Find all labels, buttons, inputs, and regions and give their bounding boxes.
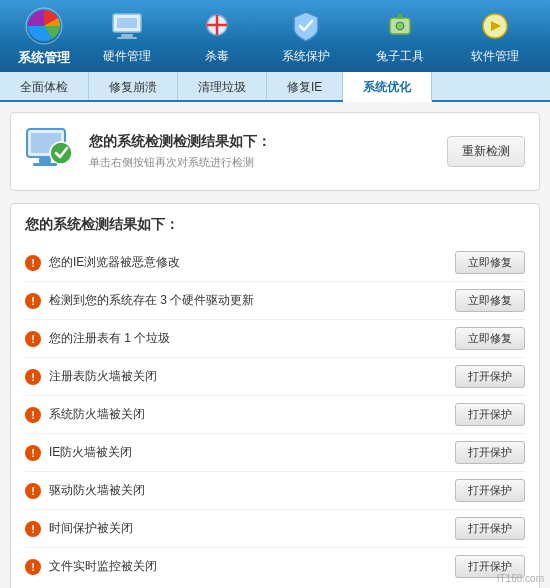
hardware-icon xyxy=(108,7,146,45)
tab-xiufuie[interactable]: 修复IE xyxy=(267,72,343,100)
result-text-0: 您的IE浏览器被恶意修改 xyxy=(49,254,455,271)
warn-icon-8: ! xyxy=(25,559,41,575)
action-btn-7[interactable]: 打开保护 xyxy=(455,517,525,540)
svg-rect-15 xyxy=(39,158,51,163)
warn-icon-3: ! xyxy=(25,369,41,385)
summary-box: 您的系统检测检测结果如下： 单击右侧按钮再次对系统进行检测 重新检测 xyxy=(10,112,540,191)
svg-rect-4 xyxy=(117,37,137,39)
software-icon xyxy=(476,7,514,45)
tab-qinglilaiji[interactable]: 清理垃圾 xyxy=(178,72,267,100)
antivirus-icon xyxy=(198,7,236,45)
nav-item-hardware[interactable]: 硬件管理 xyxy=(95,3,159,69)
warn-icon-1: ! xyxy=(25,293,41,309)
action-btn-3[interactable]: 打开保护 xyxy=(455,365,525,388)
tab-xiufuchongkui[interactable]: 修复崩溃 xyxy=(89,72,178,100)
result-row-2: ! 您的注册表有 1 个垃圾 立即修复 xyxy=(25,320,525,358)
recheck-button[interactable]: 重新检测 xyxy=(447,136,525,167)
svg-rect-16 xyxy=(33,163,57,166)
result-row-6: ! 驱动防火墙被关闭 打开保护 xyxy=(25,472,525,510)
result-text-7: 时间保护被关闭 xyxy=(49,520,455,537)
warn-icon-7: ! xyxy=(25,521,41,537)
tab-quanmian[interactable]: 全面体检 xyxy=(0,72,89,100)
result-row-8: ! 文件实时监控被关闭 打开保护 xyxy=(25,548,525,585)
result-row-5: ! IE防火墙被关闭 打开保护 xyxy=(25,434,525,472)
warn-icon-5: ! xyxy=(25,445,41,461)
protection-icon xyxy=(287,7,325,45)
result-row-4: ! 系统防火墙被关闭 打开保护 xyxy=(25,396,525,434)
svg-point-9 xyxy=(396,22,404,30)
action-btn-2[interactable]: 立即修复 xyxy=(455,327,525,350)
result-text-3: 注册表防火墙被关闭 xyxy=(49,368,455,385)
nav-logo[interactable]: 系统管理 xyxy=(8,6,80,67)
svg-rect-3 xyxy=(121,34,133,37)
result-text-4: 系统防火墙被关闭 xyxy=(49,406,455,423)
result-row-1: ! 检测到您的系统存在 3 个硬件驱动更新 立即修复 xyxy=(25,282,525,320)
nav-item-software[interactable]: 软件管理 xyxy=(463,3,527,69)
summary-computer-icon xyxy=(25,125,77,178)
nav-item-antivirus[interactable]: 杀毒 xyxy=(190,3,244,69)
warn-icon-0: ! xyxy=(25,255,41,271)
result-text-1: 检测到您的系统存在 3 个硬件驱动更新 xyxy=(49,292,455,309)
summary-text: 您的系统检测检测结果如下： 单击右侧按钮再次对系统进行检测 xyxy=(89,133,447,170)
warn-icon-2: ! xyxy=(25,331,41,347)
result-text-6: 驱动防火墙被关闭 xyxy=(49,482,455,499)
result-row-0: ! 您的IE浏览器被恶意修改 立即修复 xyxy=(25,244,525,282)
nav-item-protection[interactable]: 系统保护 xyxy=(274,3,338,69)
tab-bar: 全面体检 修复崩溃 清理垃圾 修复IE 系统优化 xyxy=(0,72,550,102)
svg-rect-10 xyxy=(398,14,402,19)
action-btn-0[interactable]: 立即修复 xyxy=(455,251,525,274)
result-text-8: 文件实时监控被关闭 xyxy=(49,558,455,575)
result-row-3: ! 注册表防火墙被关闭 打开保护 xyxy=(25,358,525,396)
action-btn-4[interactable]: 打开保护 xyxy=(455,403,525,426)
summary-subtitle: 单击右侧按钮再次对系统进行检测 xyxy=(89,155,447,170)
tab-xitongouhua[interactable]: 系统优化 xyxy=(343,72,432,102)
summary-title: 您的系统检测检测结果如下： xyxy=(89,133,447,151)
tools-icon xyxy=(381,7,419,45)
watermark: IT168.com xyxy=(497,573,544,584)
results-title: 您的系统检测结果如下： xyxy=(25,216,525,234)
result-text-5: IE防火墙被关闭 xyxy=(49,444,455,461)
action-btn-6[interactable]: 打开保护 xyxy=(455,479,525,502)
main-content: 您的系统检测检测结果如下： 单击右侧按钮再次对系统进行检测 重新检测 您的系统检… xyxy=(0,102,550,588)
nav-items: 硬件管理 杀毒 系统保护 xyxy=(80,3,542,69)
warn-icon-4: ! xyxy=(25,407,41,423)
action-btn-5[interactable]: 打开保护 xyxy=(455,441,525,464)
svg-rect-2 xyxy=(117,18,137,28)
top-nav: 系统管理 硬件管理 杀毒 xyxy=(0,0,550,72)
results-box: 您的系统检测结果如下： ! 您的IE浏览器被恶意修改 立即修复 ! 检测到您的系… xyxy=(10,203,540,588)
result-row-7: ! 时间保护被关闭 打开保护 xyxy=(25,510,525,548)
svg-point-14 xyxy=(50,142,72,164)
warn-icon-6: ! xyxy=(25,483,41,499)
action-btn-1[interactable]: 立即修复 xyxy=(455,289,525,312)
nav-item-tools[interactable]: 兔子工具 xyxy=(368,3,432,69)
result-text-2: 您的注册表有 1 个垃圾 xyxy=(49,330,455,347)
